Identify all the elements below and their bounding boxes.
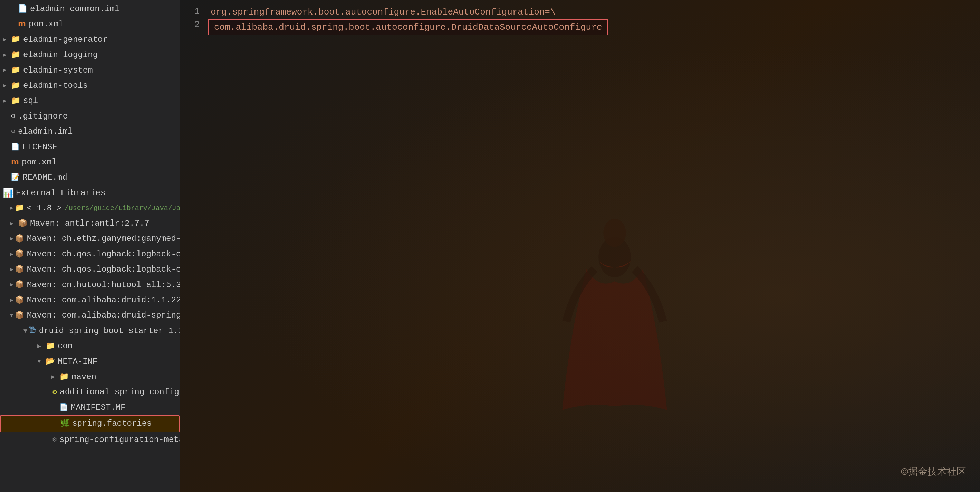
tree-item-eladmin-logging[interactable]: 📁 eladmin-logging — [0, 47, 180, 62]
arrow-icon — [24, 326, 27, 336]
tree-item-label: META-INF — [58, 355, 97, 368]
folder-icon: 📁 — [46, 340, 55, 352]
tree-item-sql[interactable]: 📁 sql — [0, 93, 180, 108]
tree-item-label: eladmin.iml — [18, 125, 73, 138]
tree-item-label: Maven: cn.hutool:hutool-all:5.3.4 — [27, 279, 180, 291]
line-content-1[interactable]: org.springframework.boot.autoconfigure.E… — [208, 6, 558, 18]
arrow-icon — [3, 50, 10, 60]
tree-item-jdk18[interactable]: 📁 < 1.8 > /Users/guide/Library/Java/Java… — [0, 201, 180, 216]
tree-item-spring-config-metadata[interactable]: ⚙ spring-configuration-metadata.json — [0, 432, 180, 447]
folder-icon: 📁 — [15, 202, 24, 214]
tree-item-label: Maven: com.alibaba:druid:1.1.22 — [27, 294, 180, 307]
tree-item-label: Maven: ch.qos.logback:logback-core:1.2.3 — [27, 263, 180, 276]
tree-item-label: < 1.8 > — [27, 202, 62, 215]
tree-item-label: pom.xml — [29, 18, 64, 31]
tree-item-eladmin-tools[interactable]: 📁 eladmin-tools — [0, 78, 180, 93]
tree-item-eladmin-generator[interactable]: 📁 eladmin-generator — [0, 32, 180, 47]
xml-icon: 𝗺 — [18, 18, 26, 30]
jar-icon: 📦 — [15, 310, 24, 322]
folder-open-icon: 📂 — [46, 355, 55, 368]
tree-item-label: pom.xml — [22, 156, 57, 169]
tree-item-maven-druid[interactable]: 📦 Maven: com.alibaba:druid:1.1.22 — [0, 293, 180, 308]
tree-item-label: eladmin-generator — [23, 33, 108, 46]
arrow-icon — [10, 234, 13, 244]
tree-item-maven-hutool[interactable]: 📦 Maven: cn.hutool:hutool-all:5.3.4 — [0, 277, 180, 293]
tree-item-additional-spring-config[interactable]: ⚙ additional-spring-configuration-metada… — [0, 385, 180, 400]
jar-root-icon: 🗜 — [29, 325, 36, 337]
tree-item-gitignore[interactable]: ⚙ .gitignore — [0, 109, 180, 124]
tree-item-druid-jar[interactable]: 🗜 druid-spring-boot-starter-1.1.22.jar l… — [0, 323, 180, 339]
tree-item-label: Maven: com.alibaba:druid-spring-boot-sta… — [27, 309, 180, 322]
line-content-2[interactable]: com.alibaba.druid.spring.boot.autoconfig… — [208, 19, 608, 35]
jar-icon: 📦 — [15, 279, 24, 291]
spring-icon: 🌿 — [60, 418, 69, 430]
folder-icon: 📁 — [11, 49, 21, 61]
arrow-icon — [51, 372, 58, 382]
tree-item-com[interactable]: 📁 com — [0, 339, 180, 354]
tree-item-label: eladmin-logging — [23, 48, 98, 62]
arrow-icon — [10, 203, 13, 213]
tree-item-label: com — [58, 340, 73, 353]
tree-item-eladmin-common-iml[interactable]: 📄 eladmin-common.iml — [0, 2, 180, 17]
xml-icon: 𝗺 — [11, 156, 19, 169]
tree-item-meta-inf[interactable]: 📂 META-INF — [0, 354, 180, 369]
folder-icon: 📁 — [11, 33, 21, 46]
arrow-icon — [10, 250, 13, 260]
tree-item-label: spring-configuration-metadata.json — [59, 433, 180, 446]
tree-item-maven[interactable]: 📁 maven — [0, 369, 180, 385]
tree-item-spring-factories[interactable]: 🌿 spring.factories — [0, 415, 180, 432]
tree-item-readme[interactable]: 📝 README.md — [0, 170, 180, 185]
iml-icon: 📄 — [18, 3, 27, 15]
arrow-icon — [37, 357, 44, 366]
jar-icon: 📦 — [15, 248, 24, 260]
tree-item-maven-antlr[interactable]: 📦 Maven: antlr:antlr:2.7.7 — [0, 216, 180, 231]
tree-item-label: eladmin-common.iml — [30, 2, 119, 16]
tree-item-label: LICENSE — [22, 141, 57, 154]
tree-item-label: druid-spring-boot-starter-1.1.22.jar — [39, 325, 180, 338]
arrow-icon — [10, 310, 13, 321]
arrow-icon — [3, 65, 10, 75]
line-number-1: 1 — [180, 6, 208, 17]
external-libraries-header[interactable]: 📊 External Libraries — [0, 186, 180, 201]
editor-background — [180, 0, 980, 492]
folder-icon: 📁 — [11, 95, 21, 107]
tree-item-maven-ganymed[interactable]: 📦 Maven: ch.ethz.ganymed:ganymed-ssh2:bu… — [0, 231, 180, 246]
tree-item-label: additional-spring-configuration-metadata… — [60, 385, 180, 399]
arrow-icon — [37, 341, 44, 351]
tree-item-pom-xml[interactable]: 𝗺 pom.xml — [0, 155, 180, 170]
external-libraries-label: External Libraries — [16, 188, 105, 197]
license-icon: 📄 — [11, 142, 20, 153]
tree-item-label: .gitignore — [18, 110, 68, 123]
arrow-icon — [10, 265, 13, 275]
gitignore-icon: ⚙ — [11, 111, 15, 122]
tree-item-maven-logback-core[interactable]: 📦 Maven: ch.qos.logback:logback-core:1.2… — [0, 262, 180, 277]
tree-item-label: maven — [72, 370, 96, 384]
tree-item-pom-xml-top[interactable]: 𝗺 pom.xml — [0, 17, 180, 32]
tree-item-label: eladmin-tools — [23, 79, 88, 92]
tree-item-maven-logback-classic[interactable]: 📦 Maven: ch.qos.logback:logback-classic:… — [0, 247, 180, 262]
tree-item-maven-druid-starter[interactable]: 📦 Maven: com.alibaba:druid-spring-boot-s… — [0, 308, 180, 323]
tree-item-label: sql — [23, 94, 38, 107]
jar-icon: 📦 — [15, 264, 24, 276]
json-icon: ⚙ — [52, 434, 57, 445]
tree-item-license[interactable]: 📄 LICENSE — [0, 140, 180, 155]
readme-icon: 📝 — [11, 172, 20, 183]
folder-icon: 📁 — [59, 371, 69, 383]
folder-icon: 📁 — [11, 64, 21, 76]
arrow-icon — [3, 96, 10, 106]
tree-item-eladmin-iml[interactable]: ⚙ eladmin.iml — [0, 124, 180, 139]
tree-item-label: README.md — [22, 171, 67, 184]
jar-icon: 📦 — [15, 295, 24, 306]
code-editor-panel: 1 org.springframework.boot.autoconfigure… — [180, 0, 980, 492]
jar-icon: 📦 — [15, 233, 24, 245]
manifest-icon: 📄 — [59, 402, 68, 413]
code-content: 1 org.springframework.boot.autoconfigure… — [180, 0, 980, 41]
arrow-icon — [10, 295, 13, 306]
tree-item-label: spring.factories — [72, 417, 151, 430]
tree-item-manifest[interactable]: 📄 MANIFEST.MF — [0, 400, 180, 415]
svg-point-1 — [603, 219, 626, 247]
tree-item-eladmin-system[interactable]: 📁 eladmin-system — [0, 63, 180, 78]
jar-icon: 📦 — [18, 218, 27, 230]
tree-item-label: Maven: ch.ethz.ganymed:ganymed-ssh2:buil… — [27, 232, 180, 245]
arrow-icon — [3, 81, 10, 91]
